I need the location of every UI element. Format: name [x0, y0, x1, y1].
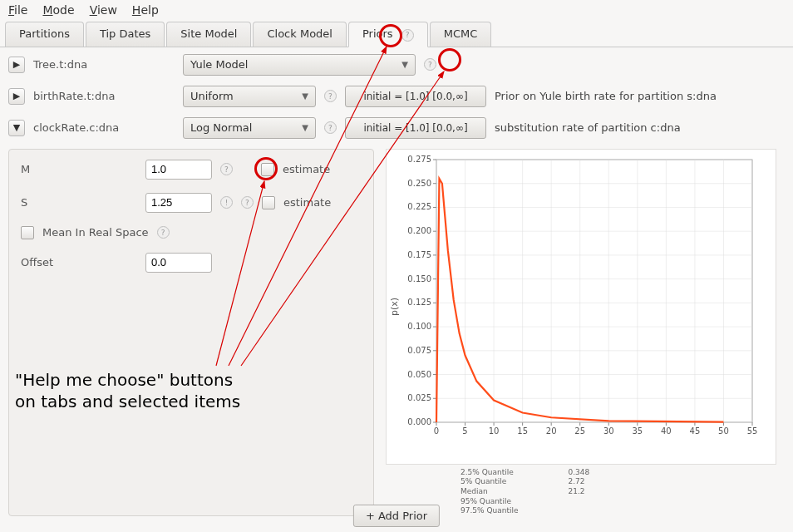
chart-stats: 2.5% Quantile 5% Quantile Median 95% Qua…: [461, 468, 785, 516]
svg-text:45: 45: [690, 426, 701, 436]
y-axis-label: p(x): [389, 297, 400, 315]
prior-description: Prior on Yule birth rate for partition s…: [495, 90, 717, 102]
mean-real-row: Mean In Real Space ?: [21, 226, 362, 239]
help-icon[interactable]: ?: [157, 226, 170, 239]
help-icon[interactable]: ?: [324, 90, 337, 102]
svg-text:20: 20: [546, 426, 557, 436]
prior-description: substitution rate of partition c:dna: [495, 121, 681, 134]
tab-tip-dates[interactable]: Tip Dates: [86, 22, 165, 47]
help-icon[interactable]: ?: [401, 29, 414, 42]
prior-row-clockrate: ▼ clockRate.c:dna Log Normal▼ ? initial …: [8, 117, 785, 139]
mean-real-checkbox[interactable]: [21, 226, 34, 239]
svg-text:5: 5: [462, 426, 467, 436]
chart-svg: 05101520253035404550550.0000.0250.0500.0…: [403, 155, 769, 454]
svg-rect-0: [436, 160, 752, 422]
prior-detail-panel: M ? estimate S ! ? estimate Mean In Real…: [8, 149, 785, 516]
tabbar: Partitions Tip Dates Site Model Clock Mo…: [0, 22, 793, 47]
menubar: File Mode View Help: [0, 0, 793, 22]
tab-clock-model[interactable]: Clock Model: [253, 22, 346, 47]
estimate-label: estimate: [283, 196, 331, 209]
offset-row: Offset: [21, 253, 362, 273]
svg-text:0.150: 0.150: [407, 273, 431, 283]
s-estimate-checkbox[interactable]: [262, 196, 275, 209]
svg-text:0: 0: [434, 426, 439, 436]
chart-container: p(x) 05101520253035404550550.0000.0250.0…: [386, 149, 785, 516]
svg-text:0.275: 0.275: [407, 155, 431, 164]
param-s-row: S ! ? estimate: [21, 193, 362, 213]
annotation-text: "Help me choose" buttons on tabs and sel…: [15, 369, 240, 412]
s-label: S: [21, 196, 137, 209]
svg-text:0.075: 0.075: [407, 345, 431, 354]
m-label: M: [21, 163, 137, 175]
initial-button[interactable]: initial = [1.0] [0.0,∞]: [345, 117, 486, 139]
param-panel: M ? estimate S ! ? estimate Mean In Real…: [8, 149, 374, 516]
expand-icon[interactable]: ▶: [8, 88, 25, 105]
svg-text:25: 25: [574, 426, 585, 436]
help-icon[interactable]: ?: [424, 58, 436, 71]
m-estimate-checkbox[interactable]: [261, 163, 274, 176]
help-icon[interactable]: ?: [220, 163, 233, 175]
m-input[interactable]: [145, 160, 212, 180]
svg-text:0.100: 0.100: [407, 322, 431, 331]
menu-file[interactable]: File: [8, 3, 27, 17]
svg-text:0.050: 0.050: [407, 369, 431, 378]
offset-label: Offset: [21, 256, 137, 268]
menu-view[interactable]: View: [90, 3, 117, 17]
mean-real-label: Mean In Real Space: [42, 226, 149, 239]
menu-help[interactable]: Help: [132, 3, 159, 17]
tab-site-model[interactable]: Site Model: [166, 22, 251, 47]
s-input[interactable]: [145, 193, 212, 213]
offset-input[interactable]: [145, 253, 212, 273]
param-label: birthRate.t:dna: [33, 90, 175, 102]
svg-text:0.125: 0.125: [407, 298, 431, 307]
svg-text:15: 15: [517, 426, 528, 436]
chevron-down-icon: ▼: [302, 91, 308, 101]
help-icon[interactable]: ?: [241, 196, 254, 209]
tab-mcmc[interactable]: MCMC: [430, 22, 492, 47]
content: ▶ Tree.t:dna Yule Model▼ ? ▶ birthRate.t…: [0, 47, 793, 523]
chevron-down-icon: ▼: [401, 60, 408, 69]
svg-text:40: 40: [661, 426, 672, 436]
prior-row-tree: ▶ Tree.t:dna Yule Model▼ ?: [8, 54, 785, 76]
svg-text:10: 10: [489, 426, 500, 436]
svg-text:30: 30: [603, 426, 614, 436]
svg-text:35: 35: [632, 426, 643, 436]
initial-button[interactable]: initial = [1.0] [0.0,∞]: [345, 86, 486, 107]
collapse-icon[interactable]: ▼: [8, 120, 25, 136]
svg-text:0.025: 0.025: [407, 393, 431, 402]
tab-priors[interactable]: Priors ?: [348, 22, 428, 47]
chevron-down-icon: ▼: [302, 123, 308, 132]
density-chart: p(x) 05101520253035404550550.0000.0250.0…: [386, 149, 776, 465]
param-label: clockRate.c:dna: [33, 121, 175, 134]
param-m-row: M ? estimate: [21, 160, 362, 180]
expand-icon[interactable]: ▶: [8, 57, 25, 73]
svg-text:0.200: 0.200: [407, 226, 431, 235]
param-label: Tree.t:dna: [33, 58, 175, 71]
svg-text:0.175: 0.175: [407, 249, 431, 259]
svg-text:50: 50: [718, 426, 729, 436]
add-prior-button[interactable]: + Add Prior: [353, 505, 440, 527]
svg-text:0.250: 0.250: [407, 178, 431, 187]
estimate-label: estimate: [283, 163, 330, 175]
clockrate-dist-dropdown[interactable]: Log Normal▼: [183, 117, 316, 139]
svg-text:55: 55: [747, 426, 758, 436]
tab-partitions[interactable]: Partitions: [5, 22, 84, 47]
help-icon[interactable]: !: [220, 196, 233, 209]
birthrate-dist-dropdown[interactable]: Uniform▼: [183, 86, 316, 107]
prior-row-birthrate: ▶ birthRate.t:dna Uniform▼ ? initial = […: [8, 86, 785, 107]
tree-model-dropdown[interactable]: Yule Model▼: [183, 54, 416, 76]
menu-mode[interactable]: Mode: [42, 3, 74, 17]
svg-text:0.225: 0.225: [407, 202, 431, 211]
help-icon[interactable]: ?: [324, 121, 337, 134]
svg-text:0.000: 0.000: [407, 417, 431, 426]
